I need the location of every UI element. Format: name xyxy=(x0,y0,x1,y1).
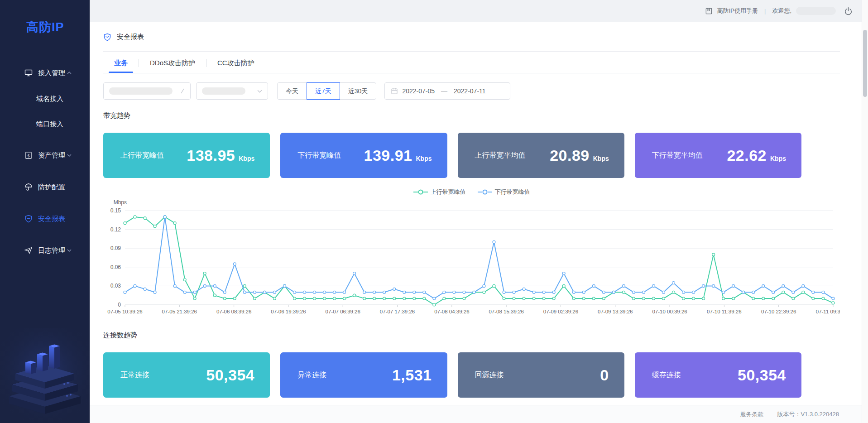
manual-book-icon xyxy=(705,7,713,15)
stat-unit: Kbps xyxy=(770,155,786,162)
stat-label: 下行带宽平均值 xyxy=(652,151,703,160)
shield-icon xyxy=(24,215,33,223)
svg-text:07-08 15:39:26: 07-08 15:39:26 xyxy=(489,309,523,314)
svg-text:07-10 00:39:26: 07-10 00:39:26 xyxy=(652,309,687,314)
svg-text:07-07 06:39:26: 07-07 06:39:26 xyxy=(326,309,360,314)
stat-card-abnormal-connections: 异常连接 1,531 xyxy=(280,352,447,398)
connection-cards: 正常连接 50,354 异常连接 1,531 回源连接 0 缓存连接 50,35… xyxy=(103,352,801,398)
welcome-label: 欢迎您, xyxy=(772,7,791,15)
sidebar-item-protection-config[interactable]: 防护配置 xyxy=(0,175,90,199)
sidebar-item-log-management[interactable]: 日志管理 xyxy=(0,238,90,263)
range-today-button[interactable]: 今天 xyxy=(277,82,307,100)
stat-card-up-average: 上行带宽平均值 20.89Kbps xyxy=(458,133,624,178)
svg-text:Mbps: Mbps xyxy=(114,199,127,206)
stat-label: 正常连接 xyxy=(120,370,149,380)
quick-range-group: 今天 近7天 近30天 xyxy=(277,82,376,100)
connection-section-title: 连接数趋势 xyxy=(103,331,840,340)
legend-label: 上行带宽峰值 xyxy=(431,188,466,196)
stat-card-down-average: 下行带宽平均值 22.62Kbps xyxy=(635,133,801,178)
instance-select[interactable] xyxy=(103,82,191,100)
stat-value: 50,354 xyxy=(738,366,786,384)
calendar-icon xyxy=(391,88,398,94)
chart-legend: 上行带宽峰值 下行带宽峰值 xyxy=(103,188,840,196)
umbrella-icon xyxy=(24,183,33,191)
svg-text:07-10 11:39:26: 07-10 11:39:26 xyxy=(707,309,742,314)
legend-marker-upstream xyxy=(413,189,428,195)
range-30days-button[interactable]: 近30天 xyxy=(340,82,377,100)
page-title-row: 安全报表 xyxy=(103,33,840,41)
filter-row: 今天 近7天 近30天 2022-07-05 — 2022-07-11 xyxy=(103,82,840,100)
stat-label: 回源连接 xyxy=(475,370,504,380)
sidebar-item-domain-access[interactable]: 域名接入 xyxy=(0,87,90,111)
stat-label: 下行带宽峰值 xyxy=(297,151,341,160)
svg-text:07-07 17:39:26: 07-07 17:39:26 xyxy=(380,309,415,314)
svg-text:0.09: 0.09 xyxy=(110,245,121,251)
stat-card-normal-connections: 正常连接 50,354 xyxy=(103,352,270,398)
stat-value: 0 xyxy=(600,366,609,384)
scrollbar-thumb[interactable] xyxy=(863,30,867,97)
app-logo: 高防IP xyxy=(0,0,90,35)
svg-text:07-09 13:39:26: 07-09 13:39:26 xyxy=(598,309,633,314)
sidebar-nav: 接入管理 域名接入 端口接入 $ 资产管理 xyxy=(0,61,90,263)
date-range-picker[interactable]: 2022-07-05 — 2022-07-11 xyxy=(384,82,510,100)
chevron-down-icon xyxy=(67,154,72,157)
svg-text:07-05 10:39:26: 07-05 10:39:26 xyxy=(107,309,142,314)
date-end: 2022-07-11 xyxy=(454,87,486,95)
stat-label: 上行带宽平均值 xyxy=(475,151,526,160)
legend-item-upstream[interactable]: 上行带宽峰值 xyxy=(413,188,466,196)
legend-label: 下行带宽峰值 xyxy=(495,188,530,196)
sidebar-item-asset-management[interactable]: $ 资产管理 xyxy=(0,143,90,168)
sidebar-item-security-report[interactable]: 安全报表 xyxy=(0,207,90,231)
line-select[interactable] xyxy=(196,82,268,100)
svg-text:07-06 08:39:26: 07-06 08:39:26 xyxy=(216,309,251,314)
stat-value: 20.89 xyxy=(550,147,590,164)
range-7days-button[interactable]: 近7天 xyxy=(307,82,340,100)
page-title: 安全报表 xyxy=(117,33,144,41)
send-icon xyxy=(24,246,33,255)
chevron-down-icon xyxy=(257,90,262,93)
terms-link[interactable]: 服务条款 xyxy=(740,410,763,418)
stat-value: 50,354 xyxy=(206,366,254,384)
svg-text:0: 0 xyxy=(118,302,121,308)
sidebar-item-label: 端口接入 xyxy=(36,120,63,129)
legend-marker-downstream xyxy=(478,189,492,195)
stat-card-cache-connections: 缓存连接 50,354 xyxy=(635,352,801,398)
chevron-down-icon xyxy=(67,249,72,252)
bandwidth-chart: 00.030.060.090.120.15Mbps07-05 10:39:260… xyxy=(103,199,840,316)
username-redacted xyxy=(796,7,836,15)
tab-bar: 业务 DDoS攻击防护 CC攻击防护 xyxy=(103,53,840,73)
sidebar-item-label: 日志管理 xyxy=(38,246,65,255)
tab-cc-protection[interactable]: CC攻击防护 xyxy=(206,53,265,73)
version-label: 版本号：V1.3.0.220428 xyxy=(777,410,839,418)
tab-ddos-protection[interactable]: DDoS攻击防护 xyxy=(139,53,206,73)
date-start: 2022-07-05 xyxy=(402,87,435,95)
manual-link[interactable]: 高防IP使用手册 xyxy=(717,7,758,15)
stat-label: 异常连接 xyxy=(297,370,326,380)
title-divider xyxy=(103,51,840,52)
stat-value: 138.95 xyxy=(187,147,235,164)
content-panel: 安全报表 业务 DDoS攻击防护 CC攻击防护 xyxy=(90,22,862,423)
legend-item-downstream[interactable]: 下行带宽峰值 xyxy=(478,188,530,196)
vertical-scrollbar xyxy=(862,0,868,423)
sidebar-item-port-access[interactable]: 端口接入 xyxy=(0,112,90,136)
svg-text:0.12: 0.12 xyxy=(110,226,121,233)
server-illustration xyxy=(0,328,90,423)
bandwidth-chart-svg: 00.030.060.090.120.15Mbps07-05 10:39:260… xyxy=(103,199,840,316)
sidebar-item-label: 安全报表 xyxy=(38,215,65,223)
edit-icon xyxy=(180,88,185,94)
sidebar: 高防IP 接入管理 域名接入 端口接入 xyxy=(0,0,90,423)
tab-business[interactable]: 业务 xyxy=(103,53,139,73)
stat-unit: Kbps xyxy=(593,155,609,162)
stat-unit: Kbps xyxy=(239,155,254,162)
svg-text:0.06: 0.06 xyxy=(110,264,121,270)
asset-icon: $ xyxy=(24,151,33,159)
svg-text:$: $ xyxy=(27,154,30,158)
sidebar-item-access-management[interactable]: 接入管理 xyxy=(0,61,90,85)
date-separator: — xyxy=(441,87,447,95)
instance-value-redacted xyxy=(109,87,173,95)
svg-text:0.03: 0.03 xyxy=(110,283,121,289)
svg-text:0.15: 0.15 xyxy=(110,207,121,214)
sidebar-item-label: 资产管理 xyxy=(38,151,65,160)
logout-power-icon[interactable] xyxy=(844,7,853,15)
app-root: 高防IP 接入管理 域名接入 端口接入 xyxy=(0,0,868,423)
